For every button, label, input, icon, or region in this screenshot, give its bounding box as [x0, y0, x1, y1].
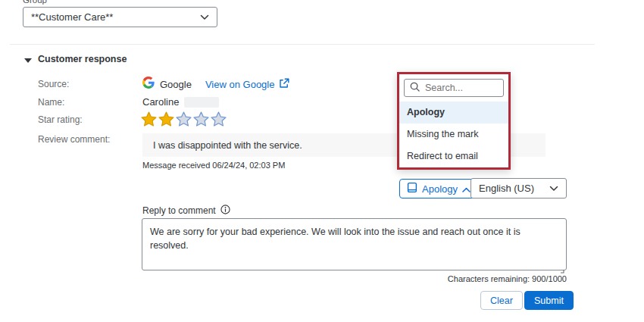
info-icon[interactable]	[220, 205, 230, 217]
name-label: Name:	[38, 97, 64, 108]
template-dropdown-popup: ApologyMissing the markRedirect to email	[397, 72, 511, 170]
redacted-surname	[184, 97, 219, 108]
external-link-icon	[279, 78, 289, 91]
view-on-google-label: View on Google	[205, 79, 275, 90]
reply-label-text: Reply to comment	[142, 205, 216, 216]
star-icon[interactable]	[141, 111, 157, 127]
search-icon	[410, 81, 420, 95]
section-customer-response[interactable]: Customer response	[24, 52, 127, 66]
clear-button[interactable]: Clear	[480, 291, 523, 310]
group-select-value: **Customer Care**	[31, 11, 113, 23]
source-row: Google View on Google	[142, 77, 289, 92]
submit-button[interactable]: Submit	[524, 291, 574, 310]
template-apology-label: Apology	[422, 183, 458, 195]
divider	[10, 44, 595, 45]
view-on-google-link[interactable]: View on Google	[205, 78, 290, 91]
group-label: Group	[23, 0, 47, 5]
source-label: Source:	[38, 79, 69, 89]
star-icon[interactable]	[158, 111, 174, 127]
star-icon[interactable]	[193, 111, 209, 127]
template-search-box[interactable]	[404, 79, 504, 97]
review-comment-text: I was disappointed with the service.	[153, 140, 302, 151]
chevron-down-icon	[549, 183, 558, 194]
dropdown-option-apology[interactable]: Apology	[399, 102, 508, 123]
reply-to-comment-label: Reply to comment	[142, 205, 230, 217]
name-value: Caroline	[142, 96, 179, 108]
google-logo-icon	[142, 77, 155, 92]
section-title: Customer response	[38, 54, 127, 64]
review-comment-label: Review comment:	[38, 134, 110, 145]
dropdown-option-redirect-to-email[interactable]: Redirect to email	[399, 145, 508, 167]
chevron-up-icon	[462, 183, 470, 195]
star-rating-label: Star rating:	[38, 114, 83, 125]
star-rating	[141, 111, 227, 127]
chevron-down-icon	[200, 11, 209, 23]
collapse-triangle-icon	[24, 52, 32, 66]
reply-textarea[interactable]: We are sorry for your bad experience. We…	[142, 218, 567, 270]
source-value: Google	[160, 79, 192, 90]
template-apology-button[interactable]: Apology	[399, 179, 478, 199]
language-select[interactable]: English (US)	[470, 178, 567, 199]
characters-remaining: Characters remaining: 900/1000	[142, 274, 567, 283]
message-received-timestamp: Message received 06/24/24, 02:03 PM	[142, 161, 285, 170]
name-row: Caroline	[142, 96, 219, 108]
template-search-input[interactable]	[425, 83, 498, 93]
dropdown-option-missing-the-mark[interactable]: Missing the mark	[399, 123, 508, 145]
star-icon[interactable]	[211, 111, 227, 127]
star-icon[interactable]	[176, 111, 192, 127]
group-select[interactable]: **Customer Care**	[23, 7, 217, 27]
language-select-value: English (US)	[479, 183, 534, 194]
template-options: ApologyMissing the markRedirect to email	[399, 102, 508, 167]
book-template-icon	[407, 182, 417, 195]
